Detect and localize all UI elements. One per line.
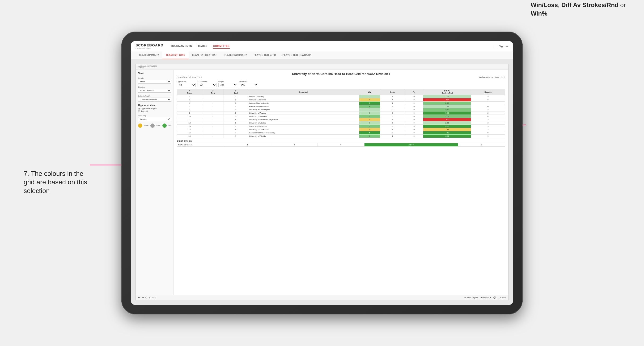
level-label: Level — [156, 125, 160, 127]
cell-tie: 0 — [405, 95, 423, 98]
cell-opponent: University of Arizona — [248, 112, 359, 115]
cell-win: 1 — [224, 143, 271, 147]
cell-diff: -4.33 — [423, 118, 471, 121]
cell-opponent: Auburn University — [248, 95, 359, 98]
tab-team-h2h-heatmap[interactable]: TEAM H2H HEATMAP — [188, 51, 220, 59]
cell-reg: - — [202, 121, 224, 125]
colour-by-select[interactable]: Win/loss — [138, 117, 171, 121]
cell-division: NCAA Division II — [177, 143, 224, 147]
cell-tie: 0 — [405, 131, 423, 135]
cell-loss: 0 — [380, 125, 405, 128]
tableau-toolbar-top: Last Updated: 27/03/2024 16:55:38 — [136, 64, 508, 70]
toolbar-icon-2[interactable]: ⧉ — [152, 296, 154, 299]
cell-loss: 1 — [380, 102, 405, 105]
out-of-division-header: Out of division — [177, 140, 505, 142]
opponent-filter-select[interactable]: (All) — [239, 83, 258, 87]
share-icon: ⤴ — [498, 297, 500, 299]
filter-opponents: Opponents: (All) — [177, 80, 196, 87]
division-select[interactable]: NCAA Division I — [138, 89, 171, 93]
tab-team-h2h-grid[interactable]: TEAM H2H GRID — [162, 51, 188, 59]
toolbar-icon-3[interactable]: ○ — [155, 297, 156, 299]
region-filter-select[interactable]: (All) — [218, 83, 237, 87]
grid-title: University of North Carolina Head-to-Hea… — [177, 72, 505, 76]
opponent-view-label: Opponent View — [138, 104, 171, 107]
table-row: 9 - 3 University of Arizona 1 0 0 9.00 2 — [177, 112, 505, 115]
overall-record: Overall Record: 89 - 17 - 0 — [177, 76, 202, 78]
conference-filter-select[interactable]: (All) — [198, 83, 216, 87]
annotation-left: 7. The colours in the grid are based on … — [24, 170, 90, 195]
cell-tie: 0 — [405, 98, 423, 102]
cell-loss: 0 — [380, 131, 405, 135]
table-row: 6 - 2 Florida State University 4 2 0 1.8… — [177, 105, 505, 108]
cell-win: 0 — [359, 118, 380, 121]
tab-player-h2h-heatmap[interactable]: PLAYER H2H HEATMAP — [279, 51, 314, 59]
tab-player-h2h-grid[interactable]: PLAYER H2H GRID — [250, 51, 279, 59]
nav-tournaments[interactable]: TOURNAMENTS — [170, 44, 192, 49]
col-rank: #Rank — [177, 89, 202, 95]
gender-select[interactable]: Men's — [138, 80, 171, 84]
radio-dot-opponents-played — [138, 108, 140, 110]
filter-row: Opponents: (All) Conference (All) — [177, 80, 505, 87]
cell-diff: 2.61 — [423, 115, 471, 118]
col-diff: Diff AvStrokes/Rnd — [423, 89, 471, 95]
undo-button[interactable]: ↩ — [138, 296, 140, 299]
redo-button[interactable]: ↪ — [142, 296, 144, 299]
nav-teams[interactable]: TEAMS — [198, 44, 207, 49]
cell-conf: 2 — [224, 108, 248, 112]
cell-tie: 0 — [405, 112, 423, 115]
cell-rounds: 3 — [471, 128, 505, 131]
cell-rounds: 9 — [471, 135, 505, 138]
school-label: School (Rank) — [138, 95, 171, 97]
share-button[interactable]: ⤴ Share — [498, 297, 506, 299]
watch-button[interactable]: 👁 Watch ▾ — [481, 297, 491, 299]
annotation-right: 8. The colour shade will change dependin… — [531, 0, 634, 18]
gender-label: Gender — [138, 77, 171, 79]
cell-rounds — [471, 102, 505, 105]
cell-diff: -2.29 — [423, 98, 471, 102]
last-updated: Last Updated: 27/03/2024 16:55:38 — [138, 65, 157, 69]
view-original[interactable]: ⊞ View: Original — [464, 297, 478, 299]
cell-diff: 2.28 — [423, 102, 471, 105]
cell-win: 0 — [359, 128, 380, 131]
filter-region-label: Region — [218, 80, 237, 82]
nav-committee[interactable]: COMMITTEE — [213, 44, 230, 49]
filter-conference: Conference (All) — [198, 80, 216, 87]
cell-tie: 0 — [405, 108, 423, 112]
col-loss: Loss — [380, 89, 405, 95]
cell-diff: 3.67 — [423, 108, 471, 112]
cell-conf: 7 — [224, 135, 248, 138]
tab-player-summary[interactable]: PLAYER SUMMARY — [220, 51, 250, 59]
opponents-filter-select[interactable]: (All) — [177, 83, 196, 87]
cell-rank: 4 — [177, 102, 202, 105]
top100-radio[interactable]: Top 100 — [138, 110, 171, 112]
cell-loss: 1 — [380, 118, 405, 121]
cell-rounds: 8 — [471, 98, 505, 102]
cell-tie: 0 — [405, 128, 423, 131]
col-rounds: Rounds — [471, 89, 505, 95]
cell-opponent: University of Arkansas, Fayetteville — [248, 118, 359, 121]
cell-opponent: University of Oklahoma — [248, 128, 359, 131]
comment-icon[interactable]: 💬 — [494, 297, 496, 299]
division-label: Division — [138, 86, 171, 88]
cell-rounds: 3 — [471, 108, 505, 112]
tableau-content: Team Gender Men's Division NCAA Division — [136, 70, 508, 295]
cell-tie: 0 — [405, 121, 423, 125]
tablet-screen: SCOREBOARD Powered by clippd TOURNAMENTS… — [131, 41, 513, 305]
reset-button[interactable]: ⟲ — [145, 296, 147, 299]
tab-team-summary[interactable]: TEAM SUMMARY — [136, 51, 162, 59]
cell-win: 3 — [359, 125, 380, 128]
cell-tie: 0 — [405, 102, 423, 105]
opponents-played-radio[interactable]: Opponents Played — [138, 108, 171, 110]
cell-diff: 9.00 — [423, 112, 471, 115]
cell-tie: 0 — [318, 143, 364, 147]
cell-rank: 2 — [177, 95, 202, 98]
cell-loss: 2 — [380, 105, 405, 108]
school-select[interactable]: 1. University of Nort... — [138, 98, 171, 102]
toolbar-icon-1[interactable]: ⊞ — [149, 297, 150, 299]
cell-rounds: 3 — [471, 121, 505, 125]
cell-reg: - — [202, 112, 224, 115]
logo-area: SCOREBOARD Powered by clippd — [136, 43, 163, 49]
table-row: 2 - 1 Auburn University 2 1 0 1.67 9 — [177, 95, 505, 98]
sign-out[interactable]: | Sign out — [494, 45, 508, 48]
cell-reg: - — [202, 125, 224, 128]
